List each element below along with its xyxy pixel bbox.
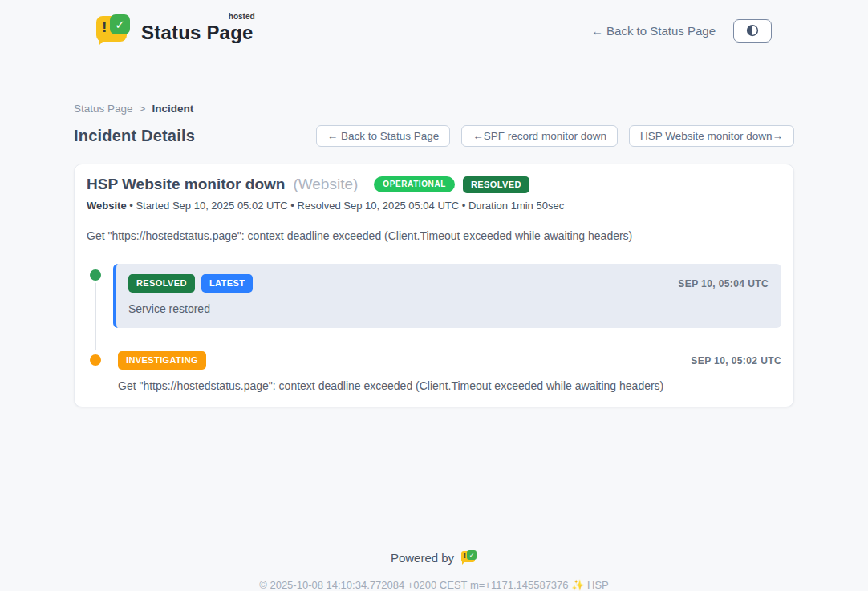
meta-details: • Started Sep 10, 2025 05:02 UTC • Resol…	[129, 200, 564, 212]
incident-title: HSP Website monitor down	[87, 176, 285, 193]
back-to-status-link[interactable]: ← Back to Status Page	[591, 24, 716, 38]
checkmark-icon: ✓	[110, 14, 130, 34]
latest-badge: LATEST	[201, 274, 253, 293]
entry-message: Service restored	[128, 302, 769, 315]
incident-description: Get "https://hostedstatus.page": context…	[87, 229, 781, 242]
breadcrumb-separator: >	[140, 103, 146, 115]
powered-by-label: Powered by	[391, 551, 454, 565]
resolved-status-badge: RESOLVED	[463, 176, 529, 193]
theme-toggle-button[interactable]	[733, 19, 772, 43]
timeline-dot-green	[90, 269, 101, 281]
incident-timeline: RESOLVED LATEST SEP 10, 05:04 UTC Servic…	[87, 264, 781, 392]
exclamation-icon: !	[102, 19, 107, 34]
resolved-badge: RESOLVED	[128, 274, 195, 293]
operational-badge: OPERATIONAL	[374, 176, 455, 192]
app-header: ! ✓ Status Page hosted ← Back to Status …	[74, 0, 794, 47]
logo-bubble-icon: ! ✓	[96, 14, 132, 47]
page-title: Incident Details	[74, 127, 195, 145]
back-to-status-button[interactable]: ← Back to Status Page	[316, 125, 451, 147]
timeline-entry-resolved: RESOLVED LATEST SEP 10, 05:04 UTC Servic…	[87, 264, 781, 328]
next-incident-button[interactable]: HSP Website monitor down→	[629, 125, 794, 147]
breadcrumb: Status Page > Incident	[74, 103, 794, 115]
incident-card: HSP Website monitor down (Website) OPERA…	[74, 164, 794, 407]
copyright-text: © 2025-10-08 14:10:34.772084 +0200 CEST …	[74, 579, 794, 591]
timeline-dot-orange	[90, 354, 101, 366]
prev-incident-button[interactable]: ←SPF record monitor down	[461, 125, 618, 147]
page-footer: Powered by ! ✓ © 2025-10-08 14:10:34.772…	[74, 550, 794, 591]
entry-timestamp: SEP 10, 05:04 UTC	[678, 278, 769, 289]
incident-nav-buttons: ← Back to Status Page ←SPF record monito…	[316, 125, 794, 147]
timeline-entry-investigating: INVESTIGATING SEP 10, 05:02 UTC Get "htt…	[87, 349, 781, 392]
timeline-entry-card: RESOLVED LATEST SEP 10, 05:04 UTC Servic…	[113, 264, 781, 328]
powered-by-logo-icon: ! ✓	[461, 550, 477, 565]
contrast-icon	[745, 23, 760, 38]
breadcrumb-incident: Incident	[152, 103, 193, 115]
logo-title: Status Page	[141, 22, 254, 43]
entry-timestamp: SEP 10, 05:02 UTC	[691, 355, 781, 366]
meta-component-name: Website	[87, 200, 127, 212]
status-page-logo: ! ✓ Status Page hosted	[96, 14, 254, 47]
hosted-superscript: hosted	[229, 12, 255, 21]
incident-meta: Website • Started Sep 10, 2025 05:02 UTC…	[87, 200, 781, 212]
breadcrumb-status-page[interactable]: Status Page	[74, 103, 133, 115]
incident-component: (Website)	[293, 176, 358, 193]
entry-message: Get "https://hostedstatus.page": context…	[118, 379, 781, 392]
investigating-badge: INVESTIGATING	[118, 351, 206, 370]
